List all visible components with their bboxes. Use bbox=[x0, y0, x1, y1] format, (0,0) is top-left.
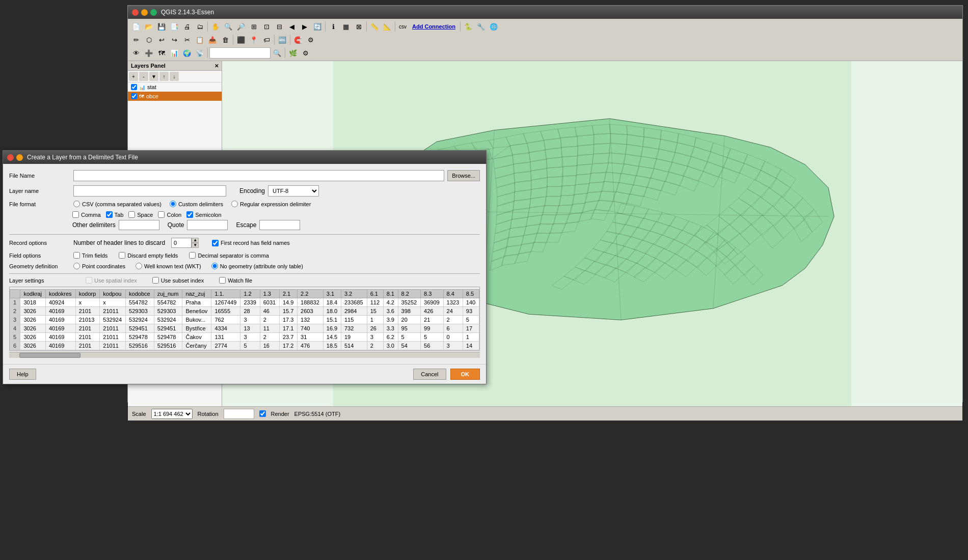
trim-option[interactable]: Trim fields bbox=[73, 252, 107, 259]
watch-file-checkbox[interactable] bbox=[219, 277, 226, 284]
save-as-button[interactable]: 📑 bbox=[168, 20, 180, 33]
grass-button[interactable]: 🌿 bbox=[287, 47, 299, 59]
zoom-out-button[interactable]: 🔎 bbox=[235, 20, 247, 33]
plugin2-button[interactable]: 🔧 bbox=[475, 20, 487, 33]
copy-button[interactable]: 📋 bbox=[194, 34, 206, 46]
label-button[interactable]: 🔤 bbox=[276, 34, 288, 46]
header-lines-input[interactable]: 0 bbox=[171, 238, 192, 248]
layer-item-stat[interactable]: 📊 stat bbox=[128, 82, 222, 92]
select-button[interactable]: ▦ bbox=[340, 20, 352, 33]
measure-area-button[interactable]: 📐 bbox=[381, 20, 393, 33]
layer-obce-checkbox[interactable] bbox=[131, 93, 137, 99]
browse-button[interactable]: Browse... bbox=[447, 170, 480, 181]
spatial-index-checkbox[interactable] bbox=[86, 277, 92, 284]
digitize-button[interactable]: ⬛ bbox=[235, 34, 247, 46]
paste-button[interactable]: 📥 bbox=[206, 34, 219, 46]
print-button[interactable]: 🖨 bbox=[181, 20, 193, 33]
measure-button[interactable]: 📏 bbox=[368, 20, 381, 33]
delete-button[interactable]: 🗑 bbox=[219, 34, 231, 46]
escape-input[interactable]: " bbox=[259, 220, 300, 230]
decimal-separator-checkbox[interactable] bbox=[189, 252, 196, 259]
wkt-radio[interactable] bbox=[136, 263, 142, 269]
print-composer-button[interactable]: 🗂 bbox=[194, 20, 206, 33]
file-name-input[interactable]: /home/betka/Plocha/CI/obce_uap2.csv bbox=[73, 170, 444, 181]
space-option[interactable]: Space bbox=[128, 211, 153, 218]
add-connection-button[interactable]: Add Connection bbox=[409, 22, 459, 31]
open-button[interactable]: 📂 bbox=[143, 20, 155, 33]
watch-file-option[interactable]: Watch file bbox=[219, 277, 252, 284]
plugin3-button[interactable]: 🌐 bbox=[488, 20, 500, 33]
quote-input[interactable]: " bbox=[187, 220, 228, 230]
undo-button[interactable]: ↩ bbox=[155, 34, 168, 46]
edit-button[interactable]: ✏ bbox=[130, 34, 142, 46]
layer-add-btn[interactable]: + bbox=[129, 72, 138, 81]
no-geometry-radio[interactable] bbox=[211, 263, 218, 269]
header-lines-spinner[interactable]: 0 ▲ ▼ bbox=[171, 238, 199, 248]
subset-index-checkbox[interactable] bbox=[152, 277, 159, 284]
semicolon-option[interactable]: Semicolon bbox=[186, 211, 221, 218]
layer-down-btn[interactable]: ↓ bbox=[170, 72, 179, 81]
plugin1-button[interactable]: 🐍 bbox=[462, 20, 474, 33]
add-vector-button[interactable]: ➕ bbox=[143, 47, 155, 59]
render-checkbox[interactable] bbox=[259, 410, 266, 417]
encoding-select[interactable]: UTF-8 bbox=[268, 185, 319, 197]
zoom-in-button[interactable]: 🔍 bbox=[222, 20, 234, 33]
help-button[interactable]: Help bbox=[9, 369, 36, 380]
comma-checkbox[interactable] bbox=[72, 211, 79, 218]
minimize-button[interactable] bbox=[141, 9, 148, 16]
trim-checkbox[interactable] bbox=[73, 252, 80, 259]
discard-empty-checkbox[interactable] bbox=[119, 252, 125, 259]
custom-format-option[interactable]: Custom delimiters bbox=[170, 201, 223, 207]
add-raster-button[interactable]: 🗺 bbox=[155, 47, 168, 59]
first-record-option[interactable]: First record has field names bbox=[212, 240, 290, 246]
spatial-index-option[interactable]: Use spatial index bbox=[86, 277, 137, 284]
cancel-button[interactable]: Cancel bbox=[413, 369, 446, 380]
data-table-container[interactable]: kodkraj kodokres kodorp kodpou kodobce z… bbox=[9, 287, 480, 351]
add-delimited-button[interactable]: 📊 bbox=[168, 47, 180, 59]
processing-button[interactable]: ⚙ bbox=[300, 47, 312, 59]
redo-button[interactable]: ↪ bbox=[168, 34, 180, 46]
point-radio[interactable] bbox=[73, 263, 80, 269]
layer-remove-btn[interactable]: - bbox=[139, 72, 148, 81]
zoom-next-button[interactable]: ▶ bbox=[299, 20, 311, 33]
subset-index-option[interactable]: Use subset index bbox=[152, 277, 204, 284]
discard-empty-option[interactable]: Discard empty fields bbox=[119, 252, 178, 259]
csv-radio[interactable] bbox=[73, 201, 80, 207]
refresh-button[interactable]: 🔄 bbox=[311, 20, 324, 33]
comma-option[interactable]: Comma bbox=[72, 211, 101, 218]
wkt-option[interactable]: Well known text (WKT) bbox=[136, 263, 201, 269]
add-wms-button[interactable]: 🌍 bbox=[181, 47, 193, 59]
add-wfs-button[interactable]: 📡 bbox=[194, 47, 206, 59]
other-delimiters-input[interactable] bbox=[119, 220, 159, 230]
zoom-full-button[interactable]: ⊞ bbox=[248, 20, 260, 33]
layer-stat-checkbox[interactable] bbox=[131, 84, 137, 90]
spin-down-button[interactable]: ▼ bbox=[192, 243, 199, 248]
layer-name-input[interactable]: stat bbox=[73, 185, 226, 197]
zoom-last-button[interactable]: ◀ bbox=[286, 20, 298, 33]
zoom-selection-button[interactable]: ⊟ bbox=[273, 20, 285, 33]
custom-radio[interactable] bbox=[170, 201, 176, 207]
deselect-button[interactable]: ⊠ bbox=[353, 20, 365, 33]
first-record-checkbox[interactable] bbox=[212, 240, 219, 246]
colon-option[interactable]: Colon bbox=[158, 211, 181, 218]
dialog-close-button[interactable] bbox=[7, 154, 14, 161]
scale-select[interactable]: 1:1 694 462 bbox=[151, 409, 193, 419]
point-coords-option[interactable]: Point coordinates bbox=[73, 263, 125, 269]
save-button[interactable]: 💾 bbox=[155, 20, 168, 33]
scroll-thumb[interactable] bbox=[19, 353, 80, 358]
semicolon-checkbox[interactable] bbox=[186, 211, 193, 218]
layer-vis-button[interactable]: 👁 bbox=[130, 47, 142, 59]
regex-format-option[interactable]: Regular expression delimiter bbox=[231, 201, 311, 207]
no-geometry-option[interactable]: No geometry (attribute only table) bbox=[211, 263, 303, 269]
search-input[interactable] bbox=[209, 47, 271, 59]
decimal-separator-option[interactable]: Decimal separator is comma bbox=[189, 252, 268, 259]
horizontal-scrollbar[interactable] bbox=[9, 352, 480, 358]
identify-button[interactable]: ℹ bbox=[327, 20, 339, 33]
space-checkbox[interactable] bbox=[128, 211, 135, 218]
snap-button[interactable]: 🧲 bbox=[292, 34, 304, 46]
layer-item-obce[interactable]: 🗺 obce bbox=[128, 92, 222, 101]
cut-button[interactable]: ✂ bbox=[181, 34, 193, 46]
close-button[interactable] bbox=[132, 9, 139, 16]
regex-radio[interactable] bbox=[231, 201, 238, 207]
spin-up-button[interactable]: ▲ bbox=[192, 238, 199, 243]
